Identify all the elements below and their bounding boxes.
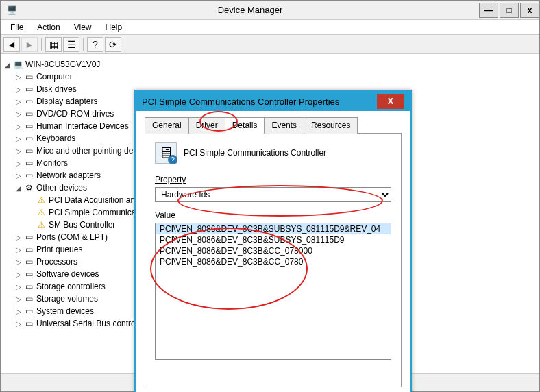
show-hidden-button[interactable]: ▦ [45,37,62,52]
minimize-button[interactable]: — [479,3,498,18]
titlebar: 🖥️ Device Manager — □ x [1,1,539,20]
device-category-icon: ▭ [23,158,35,169]
expand-icon[interactable]: ▷ [14,271,23,278]
tab-resources[interactable]: Resources [304,117,358,134]
value-label: Value [155,210,391,220]
device-name: PCI Simple Communications Controller [184,148,326,158]
question-badge-icon: ? [168,155,177,164]
menu-help[interactable]: Help [99,21,130,34]
value-row[interactable]: PCI\VEN_8086&DEV_8C3B&SUBSYS_081115D9&RE… [156,223,391,234]
close-button[interactable]: x [520,3,539,18]
dialog-titlebar[interactable]: PCI Simple Communications Controller Pro… [136,92,410,111]
tree-item[interactable]: ▷▭Computer [3,71,537,83]
maximize-button[interactable]: □ [500,3,519,18]
collapse-icon[interactable]: ◢ [3,61,12,69]
help-button[interactable]: ? [87,37,103,52]
device-category-icon: ▭ [23,145,35,156]
expand-icon[interactable]: ▷ [14,320,23,328]
dialog-tabs: GeneralDriverDetailsEventsResources [145,117,402,134]
device-category-icon: ▭ [23,108,35,119]
tree-item-label: Software devices [35,269,99,279]
tree-item-label: Disk drives [35,84,77,94]
menu-action[interactable]: Action [30,21,66,34]
tab-panel-details: 🖥? PCI Simple Communications Controller … [145,134,402,387]
computer-icon: 💻 [12,59,24,70]
device-category-icon: ▭ [23,232,35,243]
refresh-button[interactable]: ⟳ [105,37,121,52]
device-category-icon: ▭ [23,96,35,107]
menubar: File Action View Help [1,20,539,35]
tree-item-label: Display adapters [35,97,97,106]
expand-icon[interactable]: ▷ [14,123,23,130]
value-row[interactable]: PCI\VEN_8086&DEV_8C3B&CC_078000 [156,245,391,256]
device-category-icon: ▭ [23,256,35,267]
expand-icon[interactable]: ▷ [14,234,23,241]
expand-icon[interactable]: ▷ [14,160,23,167]
expand-icon[interactable]: ▷ [14,86,23,93]
expand-icon[interactable]: ▷ [14,98,23,106]
tree-item-label: Other devices [35,183,87,193]
warning-icon: ⚠ [35,207,47,218]
property-label: Property [155,175,391,184]
expand-icon[interactable]: ▷ [14,295,23,303]
device-category-icon: ▭ [23,170,35,181]
tab-general[interactable]: General [145,117,189,134]
expand-icon[interactable]: ▷ [14,172,23,180]
expand-icon[interactable]: ▷ [14,73,23,81]
expand-icon[interactable]: ▷ [14,135,23,143]
menu-view[interactable]: View [67,21,99,34]
tree-item-label: Monitors [35,158,68,168]
device-category-icon: ▭ [23,293,35,304]
device-category-icon: ▭ [23,71,35,82]
tree-item-label: Ports (COM & LPT) [35,232,108,242]
tree-item-label: SM Bus Controller [47,220,115,230]
warning-icon: ⚠ [35,195,47,206]
value-listbox[interactable]: PCI\VEN_8086&DEV_8C3B&SUBSYS_081115D9&RE… [155,223,391,360]
device-icon: 🖥? [155,142,177,164]
expand-icon[interactable]: ▷ [14,283,23,291]
window-title: Device Manager [23,5,478,15]
expand-icon[interactable]: ▷ [14,246,23,254]
tab-driver[interactable]: Driver [188,117,225,134]
tree-item-label: DVD/CD-ROM drives [35,109,114,119]
tree-item-label: System devices [35,306,94,316]
menu-file[interactable]: File [3,21,30,34]
device-category-icon: ▭ [23,121,35,132]
view-button[interactable]: ☰ [63,37,79,52]
warning-icon: ⚠ [35,219,47,230]
tree-item-label: Keyboards [35,134,75,143]
toolbar: ◄ ► ▦ ☰ ? ⟳ [1,35,539,54]
property-dropdown[interactable]: Hardware Ids [155,187,391,202]
expand-icon[interactable]: ▷ [14,258,23,266]
expand-icon[interactable]: ▷ [14,110,23,118]
tab-events[interactable]: Events [264,117,304,134]
device-category-icon: ▭ [23,84,35,95]
tree-item-label: Computer [35,72,73,82]
device-category-icon: ▭ [23,269,35,280]
device-category-icon: ▭ [23,244,35,255]
tree-root-label: WIN-8CU53GV1V0J [24,60,100,69]
properties-dialog: PCI Simple Communications Controller Pro… [134,90,412,392]
tree-item-label: Human Interface Devices [35,121,129,131]
back-button[interactable]: ◄ [3,37,20,52]
tree-item-label: Storage controllers [35,282,106,291]
device-category-icon: ▭ [23,133,35,144]
dialog-close-button[interactable]: X [377,94,404,109]
device-category-icon: ▭ [23,281,35,292]
expand-icon[interactable]: ▷ [14,147,23,155]
tree-item-label: Processors [35,257,77,267]
device-category-icon: ▭ [23,306,35,317]
expand-icon[interactable]: ▷ [14,308,23,315]
app-icon: 🖥️ [5,3,19,17]
tab-details[interactable]: Details [225,117,265,134]
collapse-icon[interactable]: ◢ [14,184,23,192]
device-category-icon: ▭ [23,318,35,329]
other-devices-icon: ⚙ [23,182,35,193]
tree-root[interactable]: ◢ 💻 WIN-8CU53GV1V0J [3,58,537,71]
value-row[interactable]: PCI\VEN_8086&DEV_8C3B&CC_0780 [156,256,391,267]
value-row[interactable]: PCI\VEN_8086&DEV_8C3B&SUBSYS_081115D9 [156,234,391,245]
tree-item-label: Network adapters [35,171,101,180]
tree-item-label: Print queues [35,245,82,254]
forward-button[interactable]: ► [21,37,38,52]
tree-item-label: Universal Serial Bus controllers [35,319,151,328]
